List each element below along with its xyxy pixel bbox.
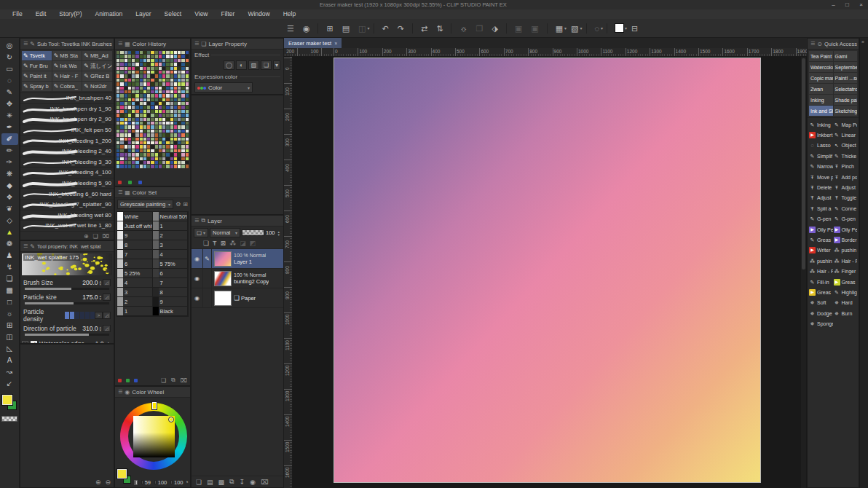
add-color-icon[interactable]: ⊞: [183, 201, 188, 208]
history-swatch[interactable]: [128, 157, 131, 160]
history-swatch[interactable]: [117, 55, 119, 58]
history-swatch[interactable]: [170, 98, 173, 101]
history-swatch[interactable]: [174, 71, 177, 74]
history-swatch[interactable]: [178, 59, 181, 62]
history-swatch[interactable]: [132, 145, 135, 148]
history-swatch[interactable]: [186, 149, 189, 152]
history-swatch[interactable]: [155, 122, 158, 125]
history-swatch[interactable]: [186, 79, 189, 82]
history-swatch[interactable]: [120, 122, 123, 125]
history-swatch[interactable]: [143, 130, 146, 133]
history-swatch[interactable]: [128, 149, 131, 152]
quick-access-tool[interactable]: ✎G-pen: [834, 214, 858, 224]
history-swatch[interactable]: [132, 63, 135, 66]
history-swatch[interactable]: [155, 74, 158, 77]
history-swatch[interactable]: [140, 71, 143, 74]
grass-tool-icon[interactable]: ❦: [1, 203, 18, 215]
history-swatch[interactable]: [155, 133, 158, 136]
history-swatch[interactable]: [181, 153, 184, 156]
color-set-label[interactable]: 4: [123, 278, 153, 288]
new-file-icon[interactable]: ⊞: [322, 20, 337, 37]
panel-menu-icon[interactable]: ☰: [23, 41, 28, 47]
history-swatch[interactable]: [147, 67, 150, 70]
color-set-label[interactable]: Black: [159, 307, 189, 316]
history-swatch[interactable]: [186, 106, 189, 109]
history-swatch[interactable]: [143, 118, 146, 121]
marquee-select-tool-icon[interactable]: ▭: [1, 63, 18, 75]
history-swatch[interactable]: [140, 165, 143, 168]
history-swatch[interactable]: [125, 79, 127, 82]
history-swatch[interactable]: [181, 157, 184, 160]
history-swatch[interactable]: [155, 130, 158, 133]
history-swatch[interactable]: [143, 145, 146, 148]
subtool-button[interactable]: ✎Tsvetk: [22, 51, 52, 60]
panel-menu-icon[interactable]: ☰: [23, 243, 28, 249]
visibility-eye-icon[interactable]: ◉: [192, 295, 202, 302]
color-set-label[interactable]: 6: [123, 259, 153, 269]
history-swatch[interactable]: [147, 161, 150, 164]
history-swatch[interactable]: [178, 138, 181, 141]
history-swatch[interactable]: [170, 102, 173, 105]
history-swatch[interactable]: [159, 79, 162, 82]
history-swatch[interactable]: [178, 63, 181, 66]
history-swatch[interactable]: [132, 51, 135, 54]
color-dot[interactable]: [126, 379, 130, 382]
history-swatch[interactable]: [117, 67, 119, 70]
color-set-swatch[interactable]: [153, 259, 159, 269]
grid-icon[interactable]: ⊟: [627, 20, 642, 37]
color-set-label[interactable]: 7: [123, 250, 153, 259]
history-swatch[interactable]: [143, 141, 146, 144]
quick-access-tool[interactable]: ↖Object: [834, 141, 858, 151]
history-swatch[interactable]: [174, 153, 177, 156]
canvas-document[interactable]: [334, 58, 761, 483]
quick-access-tool[interactable]: ✵Burn: [834, 308, 858, 318]
history-swatch[interactable]: [166, 82, 169, 85]
history-swatch[interactable]: [135, 94, 138, 97]
history-swatch[interactable]: [128, 138, 131, 141]
history-swatch[interactable]: [125, 67, 127, 70]
effect-icon-button[interactable]: ❏: [261, 60, 272, 70]
history-swatch[interactable]: [155, 98, 158, 101]
quick-access-tool[interactable]: ŦDelete: [809, 182, 833, 192]
history-swatch[interactable]: [120, 94, 123, 97]
history-swatch[interactable]: [178, 157, 181, 160]
history-swatch[interactable]: [170, 106, 173, 109]
history-swatch[interactable]: [166, 87, 169, 90]
color-set-label[interactable]: 8: [159, 288, 189, 297]
history-swatch[interactable]: [128, 67, 131, 70]
panel-menu-icon[interactable]: ☰: [118, 389, 122, 395]
history-swatch[interactable]: [140, 145, 143, 148]
history-swatch[interactable]: [178, 133, 181, 136]
history-swatch[interactable]: [151, 153, 154, 156]
history-swatch[interactable]: [135, 133, 138, 136]
history-swatch[interactable]: [170, 79, 173, 82]
history-swatch[interactable]: [117, 90, 119, 93]
history-swatch[interactable]: [135, 110, 138, 113]
color-set-label[interactable]: 5 75%: [159, 259, 189, 269]
history-swatch[interactable]: [174, 110, 177, 113]
history-swatch[interactable]: [128, 110, 131, 113]
history-swatch[interactable]: [162, 94, 165, 97]
line-correct-tool-icon[interactable]: ↙: [1, 378, 18, 390]
minimize-button[interactable]: –: [826, 0, 840, 9]
history-swatch[interactable]: [178, 145, 181, 148]
history-swatch[interactable]: [170, 138, 173, 141]
history-swatch[interactable]: [143, 102, 146, 105]
history-swatch[interactable]: [135, 130, 138, 133]
history-swatch[interactable]: [159, 59, 162, 62]
history-swatch[interactable]: [117, 98, 119, 101]
history-swatch[interactable]: [186, 165, 189, 168]
quick-access-tool[interactable]: ✵Sponge: [809, 318, 833, 328]
history-swatch[interactable]: [162, 106, 165, 109]
color-set-label[interactable]: 8: [123, 240, 153, 250]
history-swatch[interactable]: [155, 59, 158, 62]
history-swatch[interactable]: [140, 59, 143, 62]
history-swatch[interactable]: [166, 149, 169, 152]
history-swatch[interactable]: [143, 71, 146, 74]
history-swatch[interactable]: [178, 141, 181, 144]
history-swatch[interactable]: [181, 165, 184, 168]
history-swatch[interactable]: [125, 125, 127, 128]
history-swatch[interactable]: [132, 110, 135, 113]
history-swatch[interactable]: [120, 141, 123, 144]
history-swatch[interactable]: [181, 130, 184, 133]
